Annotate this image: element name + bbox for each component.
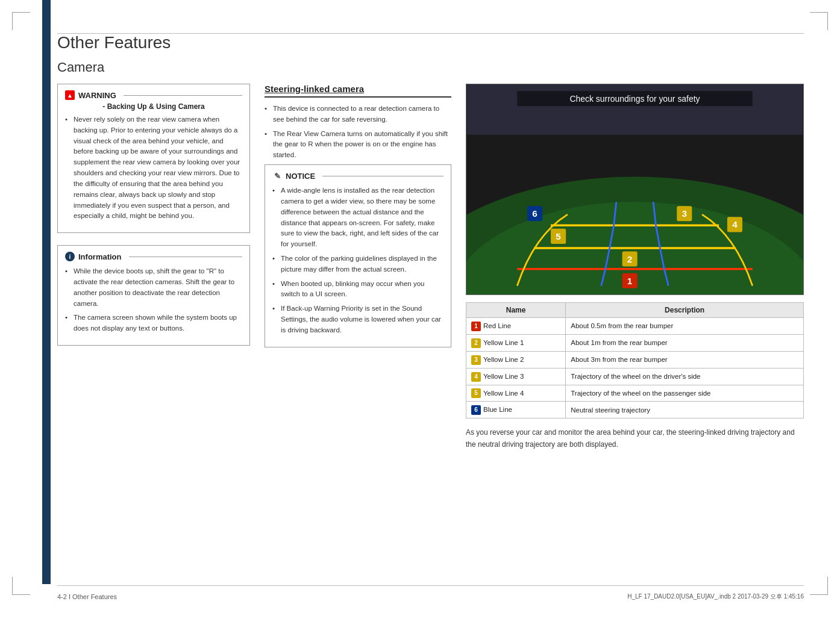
- steering-bullets: This device is connected to a rear detec…: [265, 104, 451, 161]
- row-desc: About 1m from the rear bumper: [566, 334, 804, 351]
- info-list: While the device boots up, shift the gea…: [65, 266, 242, 334]
- bottom-line: [57, 585, 804, 586]
- camera-image-container: 1 2 3 4 5: [466, 84, 804, 295]
- row-desc: About 0.5m from the rear bumper: [566, 317, 804, 334]
- reference-table: Name Description 1Red LineAbout 0.5m fro…: [466, 302, 804, 419]
- info-item: The camera screen shown while the system…: [65, 313, 242, 334]
- row-badge: 4: [471, 372, 481, 382]
- warning-subtitle: - Backing Up & Using Camera: [65, 102, 242, 111]
- svg-text:6: 6: [532, 208, 538, 219]
- footer-right: H_LF 17_DAUD2.0[USA_EU]AV_.indb 2 2017-0…: [627, 593, 804, 601]
- notice-item: A wide-angle lens is installed as the re…: [272, 185, 444, 250]
- row-name: Blue Line: [483, 406, 512, 413]
- corner-mark-br: [810, 577, 828, 595]
- notice-item: The color of the parking guidelines disp…: [272, 254, 444, 275]
- closing-text: As you reverse your car and monitor the …: [466, 427, 804, 450]
- steering-item: This device is connected to a rear detec…: [265, 104, 451, 125]
- camera-image: 1 2 3 4 5: [466, 84, 804, 295]
- row-name: Yellow Line 4: [483, 390, 524, 397]
- footer: 4-2 I Other Features H_LF 17_DAUD2.0[USA…: [57, 593, 804, 601]
- corner-mark-bl: [12, 577, 30, 595]
- row-desc: Trajectory of the wheel on the passenger…: [566, 385, 804, 402]
- notice-header: ✎ NOTICE: [272, 171, 444, 181]
- row-desc: Trajectory of the wheel on the driver's …: [566, 368, 804, 385]
- info-title: Information: [78, 252, 122, 261]
- notice-list: A wide-angle lens is installed as the re…: [272, 185, 444, 336]
- footer-left: 4-2 I Other Features: [57, 593, 117, 600]
- row-name: Red Line: [483, 322, 511, 329]
- row-desc: About 3m from the rear bumper: [566, 351, 804, 368]
- notice-title: NOTICE: [286, 172, 315, 181]
- steering-item: The Rear View Camera turns on automatica…: [265, 129, 451, 161]
- row-badge: 3: [471, 355, 481, 365]
- warning-title: WARNING: [78, 91, 116, 100]
- warning-icon: ▲: [65, 90, 75, 100]
- table-row: 1Red LineAbout 0.5m from the rear bumper: [466, 317, 804, 334]
- col-mid: Steering-linked camera This device is co…: [265, 84, 451, 450]
- svg-text:1: 1: [627, 276, 633, 286]
- row-name: Yellow Line 2: [483, 356, 524, 363]
- page-title: Other Features: [57, 33, 804, 52]
- table-row: 5Yellow Line 4Trajectory of the wheel on…: [466, 385, 804, 402]
- info-icon: i: [65, 252, 75, 261]
- svg-text:4: 4: [732, 219, 738, 229]
- warning-header: ▲ WARNING: [65, 90, 242, 100]
- warning-box: ▲ WARNING - Backing Up & Using Camera Ne…: [57, 84, 250, 233]
- notice-icon: ✎: [272, 171, 282, 181]
- row-name: Yellow Line 1: [483, 339, 524, 346]
- table-header-desc: Description: [566, 302, 804, 317]
- page-wrapper: Other Features Camera ▲ WARNING - Backin…: [0, 0, 840, 619]
- corner-mark-tl: [12, 12, 30, 30]
- row-badge: 5: [471, 388, 481, 398]
- svg-text:Check surroundings for your sa: Check surroundings for your safety: [569, 94, 700, 104]
- table-row: 4Yellow Line 3Trajectory of the wheel on…: [466, 368, 804, 385]
- three-col-layout: ▲ WARNING - Backing Up & Using Camera Ne…: [57, 84, 804, 450]
- col-left: ▲ WARNING - Backing Up & Using Camera Ne…: [57, 84, 250, 450]
- table-row: 2Yellow Line 1About 1m from the rear bum…: [466, 334, 804, 351]
- row-badge: 6: [471, 405, 481, 415]
- corner-mark-tr: [810, 12, 828, 30]
- row-badge: 2: [471, 338, 481, 348]
- table-row: 6Blue LineNeutral steering trajectory: [466, 402, 804, 418]
- info-item: While the device boots up, shift the gea…: [65, 266, 242, 309]
- col-right: 1 2 3 4 5: [466, 84, 804, 450]
- table-row: 3Yellow Line 2About 3m from the rear bum…: [466, 351, 804, 368]
- content-area: Other Features Camera ▲ WARNING - Backin…: [57, 33, 804, 571]
- left-sidebar: [42, 0, 51, 584]
- table-header-name: Name: [466, 302, 566, 317]
- info-header: i Information: [65, 252, 242, 261]
- steering-camera-title: Steering-linked camera: [265, 84, 451, 98]
- warning-list: Never rely solely on the rear view camer…: [65, 114, 242, 222]
- row-badge: 1: [471, 322, 481, 331]
- notice-box: ✎ NOTICE A wide-angle lens is installed …: [265, 164, 451, 347]
- notice-item: If Back-up Warning Priority is set in th…: [272, 303, 444, 335]
- svg-text:3: 3: [682, 208, 688, 219]
- info-box: i Information While the device boots up,…: [57, 245, 250, 346]
- svg-text:2: 2: [627, 254, 633, 264]
- row-name: Yellow Line 3: [483, 373, 524, 380]
- row-desc: Neutral steering trajectory: [566, 402, 804, 418]
- warning-item: Never rely solely on the rear view camer…: [65, 114, 242, 222]
- section-title: Camera: [57, 60, 804, 75]
- svg-text:5: 5: [556, 231, 561, 241]
- notice-item: When booted up, blinking may occur when …: [272, 279, 444, 300]
